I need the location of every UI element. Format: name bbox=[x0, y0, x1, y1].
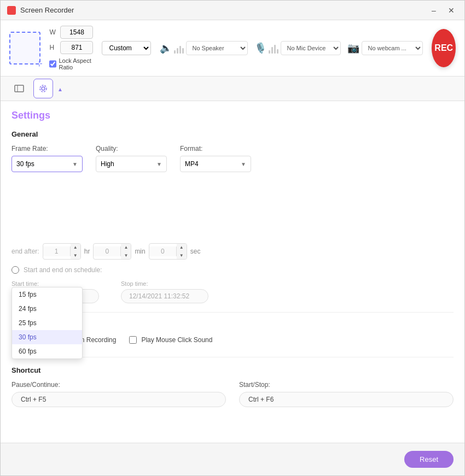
capture-preview[interactable]: ⊹ bbox=[9, 32, 40, 64]
width-input[interactable] bbox=[60, 26, 93, 39]
min-spinner: ▲ ▼ bbox=[93, 243, 131, 260]
quality-dropdown-arrow: ▼ bbox=[156, 161, 162, 167]
pause-label: Pause/Continue: bbox=[11, 381, 226, 389]
schedule-row: Start and end on schedule: bbox=[11, 266, 454, 274]
close-button[interactable]: ✕ bbox=[445, 4, 458, 17]
bar1 bbox=[269, 50, 270, 54]
min-spinner-btns: ▲ ▼ bbox=[121, 243, 131, 260]
bar4 bbox=[277, 49, 278, 54]
hr-down-button[interactable]: ▼ bbox=[71, 251, 80, 260]
pause-group: Pause/Continue: bbox=[11, 381, 226, 407]
reset-button[interactable]: Reset bbox=[404, 451, 454, 468]
format-select-display[interactable]: MP4 ▼ bbox=[180, 156, 251, 172]
mic-select[interactable]: No Mic Device Default Mic bbox=[281, 41, 341, 55]
sec-spinner-btns: ▲ ▼ bbox=[177, 243, 187, 260]
fps-select-display[interactable]: 30 fps ▼ bbox=[11, 156, 83, 172]
record-end-row: end after: ▲ ▼ hr ▲ ▼ min ▲ bbox=[11, 243, 454, 260]
hr-up-button[interactable]: ▲ bbox=[71, 243, 80, 251]
fps-dropdown-arrow: ▼ bbox=[72, 161, 78, 167]
quality-current-value: High bbox=[101, 160, 156, 168]
settings-title: Settings bbox=[11, 110, 454, 121]
schedule-radio[interactable] bbox=[11, 266, 19, 274]
fps-select-wrapper: 30 fps ▼ bbox=[11, 156, 83, 172]
record-end-label: end after: bbox=[11, 248, 39, 255]
bar2 bbox=[177, 48, 178, 54]
settings-button[interactable] bbox=[33, 79, 53, 98]
settings-content: Settings General Frame Rate: 30 fps ▼ Qu… bbox=[1, 101, 464, 443]
mic-group: 🎙️ No Mic Device Default Mic bbox=[254, 41, 341, 55]
speaker-icon: 🔈 bbox=[160, 42, 172, 54]
quality-group: Quality: High ▼ bbox=[96, 145, 167, 172]
startstop-input[interactable] bbox=[239, 392, 454, 407]
fps-option-25[interactable]: 25 fps bbox=[12, 316, 82, 330]
startstop-group: Start/Stop: bbox=[239, 381, 454, 407]
speaker-bars bbox=[174, 43, 184, 54]
capture-icon bbox=[14, 85, 24, 92]
height-label: H bbox=[49, 44, 57, 51]
quality-label: Quality: bbox=[96, 145, 167, 152]
dimensions-group: W H Lock Aspect Ratio bbox=[49, 26, 93, 70]
settings-expand-icon: ▲ bbox=[57, 86, 63, 92]
format-group: Format: MP4 ▼ bbox=[180, 145, 251, 172]
lock-aspect-checkbox[interactable] bbox=[49, 60, 56, 68]
speaker-select[interactable]: No Speaker Default Speaker bbox=[186, 41, 248, 55]
height-input[interactable] bbox=[60, 41, 93, 54]
stop-time-group: Stop time: bbox=[121, 280, 208, 303]
fps-option-30[interactable]: 30 fps bbox=[12, 330, 82, 344]
app-icon bbox=[7, 6, 16, 15]
capture-mode-button[interactable] bbox=[9, 79, 29, 98]
title-bar: Screen Recorder – ✕ bbox=[1, 1, 464, 20]
play-sound-label: Play Mouse Click Sound bbox=[141, 336, 212, 344]
mic-icon: 🎙️ bbox=[254, 42, 266, 54]
speaker-group: 🔈 No Speaker Default Speaker bbox=[160, 41, 248, 55]
hr-input[interactable] bbox=[43, 246, 71, 256]
min-unit: min bbox=[135, 248, 145, 255]
bottom-bar: Reset bbox=[1, 443, 464, 475]
min-input[interactable] bbox=[94, 246, 121, 256]
min-up-button[interactable]: ▲ bbox=[121, 243, 131, 251]
stop-time-input[interactable] bbox=[121, 289, 208, 303]
app-title: Screen Recorder bbox=[20, 6, 74, 14]
form-row-main: Frame Rate: 30 fps ▼ Quality: High ▼ For… bbox=[11, 145, 454, 172]
sec-input[interactable] bbox=[149, 246, 177, 256]
toolbar: ▲ bbox=[1, 77, 464, 101]
preset-select[interactable]: Custom 1920×1080 1280×720 640×480 bbox=[102, 41, 151, 55]
svg-rect-0 bbox=[15, 85, 24, 92]
quality-select-display[interactable]: High ▼ bbox=[96, 156, 167, 172]
sec-up-button[interactable]: ▲ bbox=[177, 243, 187, 251]
fps-option-60[interactable]: 60 fps bbox=[12, 344, 82, 359]
svg-point-2 bbox=[42, 87, 45, 90]
app-window: Screen Recorder – ✕ ⊹ W H Loc bbox=[0, 0, 465, 476]
webcam-select[interactable]: No webcam ... Default Camera bbox=[362, 41, 423, 55]
devices-area: 🔈 No Speaker Default Speaker 🎙️ bbox=[160, 41, 423, 55]
lock-row: Lock Aspect Ratio bbox=[49, 57, 93, 70]
title-bar-left: Screen Recorder bbox=[7, 6, 74, 15]
webcam-icon: 📷 bbox=[347, 42, 359, 54]
rec-button[interactable]: REC bbox=[432, 29, 456, 67]
sec-unit: sec bbox=[190, 248, 201, 255]
format-current-value: MP4 bbox=[185, 160, 241, 168]
general-section-title: General bbox=[11, 130, 454, 138]
resize-icon: ⊹ bbox=[36, 59, 43, 68]
sec-spinner: ▲ ▼ bbox=[149, 243, 187, 260]
format-label: Format: bbox=[180, 145, 251, 152]
format-dropdown-arrow: ▼ bbox=[241, 161, 246, 167]
play-sound-checkbox[interactable] bbox=[129, 336, 137, 344]
lock-aspect-label: Lock Aspect Ratio bbox=[59, 57, 93, 70]
startstop-label: Start/Stop: bbox=[239, 381, 454, 389]
window-controls: – ✕ bbox=[427, 4, 458, 17]
resize-handle[interactable]: ⊹ bbox=[36, 60, 43, 67]
fps-option-24[interactable]: 24 fps bbox=[12, 302, 82, 316]
shortcut-section-title: Shortcut bbox=[11, 366, 454, 374]
webcam-group: 📷 No webcam ... Default Camera bbox=[347, 41, 423, 55]
hr-spinner: ▲ ▼ bbox=[43, 243, 81, 260]
top-area: ⊹ W H Lock Aspect Ratio Custom 1920×1080… bbox=[1, 20, 464, 77]
minimize-button[interactable]: – bbox=[427, 4, 440, 17]
width-row: W bbox=[49, 26, 93, 39]
min-down-button[interactable]: ▼ bbox=[121, 251, 131, 260]
sec-down-button[interactable]: ▼ bbox=[177, 251, 187, 260]
pause-input[interactable] bbox=[11, 392, 226, 407]
hr-spinner-btns: ▲ ▼ bbox=[71, 243, 80, 260]
fps-option-15[interactable]: 15 fps bbox=[12, 287, 82, 302]
bar4 bbox=[182, 48, 184, 54]
